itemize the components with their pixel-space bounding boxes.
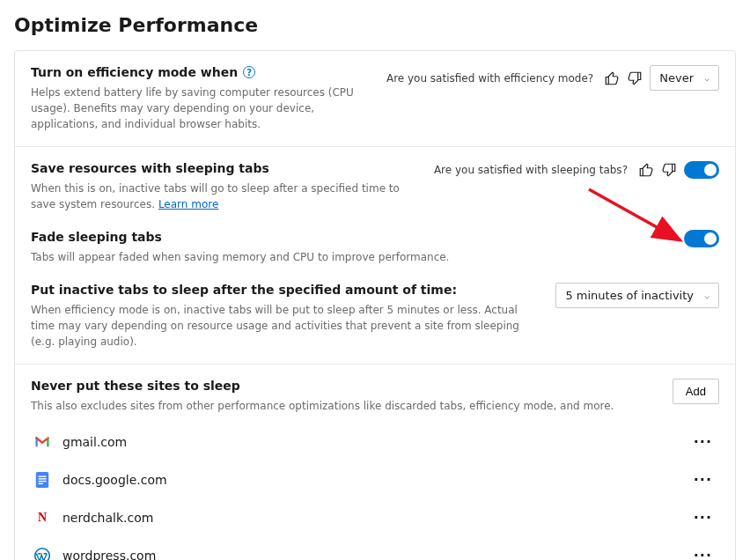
site-list: gmail.com ··· docs.google.com ··· N nerd… [31, 423, 719, 560]
thumbs-up-icon[interactable] [638, 162, 654, 178]
svg-rect-3 [39, 475, 47, 476]
svg-rect-5 [39, 480, 47, 481]
fade-title: Fade sleeping tabs [31, 230, 670, 244]
efficiency-feedback-text: Are you satisfied with efficiency mode? [386, 72, 593, 85]
efficiency-desc: Helps extend battery life by saving comp… [31, 85, 372, 132]
timeout-title: Put inactive tabs to sleep after the spe… [31, 283, 541, 297]
timeout-section: Put inactive tabs to sleep after the spe… [15, 274, 735, 365]
fade-desc: Tabs will appear faded when saving memor… [31, 249, 524, 265]
chevron-down-icon: ⌵ [704, 291, 710, 300]
more-icon[interactable]: ··· [690, 471, 716, 488]
sleeping-tabs-desc: When this is on, inactive tabs will go t… [31, 181, 420, 212]
nerdchalk-favicon-icon: N [34, 510, 50, 526]
svg-rect-6 [39, 483, 43, 483]
chevron-down-icon: ⌵ [704, 73, 710, 83]
never-sleep-section: Never put these sites to sleep This also… [15, 365, 735, 560]
wordpress-favicon-icon [34, 548, 50, 561]
sleeping-tabs-toggle[interactable] [684, 161, 719, 179]
thumbs-up-icon[interactable] [604, 70, 620, 86]
sleeping-tabs-section: Save resources with sleeping tabs When t… [15, 147, 735, 221]
list-item: wordpress.com ··· [31, 536, 719, 560]
site-domain: gmail.com [62, 435, 678, 449]
more-icon[interactable]: ··· [690, 433, 716, 450]
thumbs-down-icon[interactable] [627, 70, 643, 86]
help-icon[interactable]: ? [243, 66, 255, 78]
efficiency-title: Turn on efficiency mode when ? [31, 65, 372, 79]
thumbs-down-icon[interactable] [661, 162, 677, 178]
page-title: Optimize Performance [14, 14, 736, 36]
gmail-favicon-icon [34, 434, 50, 450]
svg-rect-2 [36, 472, 48, 488]
sleeping-tabs-title: Save resources with sleeping tabs [31, 161, 420, 175]
site-domain: nerdchalk.com [62, 511, 678, 525]
timeout-desc: When efficiency mode is on, inactive tab… [31, 302, 524, 350]
more-icon[interactable]: ··· [690, 509, 716, 526]
fade-section: Fade sleeping tabs Tabs will appear fade… [15, 221, 735, 274]
list-item: gmail.com ··· [31, 423, 719, 461]
efficiency-section: Turn on efficiency mode when ? Helps ext… [15, 51, 735, 147]
docs-favicon-icon [34, 472, 50, 488]
svg-rect-4 [39, 478, 47, 479]
fade-toggle[interactable] [684, 230, 719, 247]
list-item: docs.google.com ··· [31, 461, 719, 498]
list-item: N nerdchalk.com ··· [31, 498, 719, 536]
learn-more-link[interactable]: Learn more [158, 198, 218, 210]
settings-card: Turn on efficiency mode when ? Helps ext… [14, 50, 736, 560]
efficiency-dropdown[interactable]: Never ⌵ [650, 65, 719, 91]
timeout-dropdown[interactable]: 5 minutes of inactivity ⌵ [555, 283, 719, 308]
site-domain: docs.google.com [62, 473, 678, 487]
add-button[interactable]: Add [673, 379, 719, 404]
site-domain: wordpress.com [62, 549, 678, 561]
never-sleep-title: Never put these sites to sleep [31, 379, 658, 393]
never-sleep-desc: This also excludes sites from other perf… [31, 398, 647, 414]
sleeping-feedback-text: Are you satisfied with sleeping tabs? [434, 164, 628, 176]
more-icon[interactable]: ··· [690, 547, 716, 560]
